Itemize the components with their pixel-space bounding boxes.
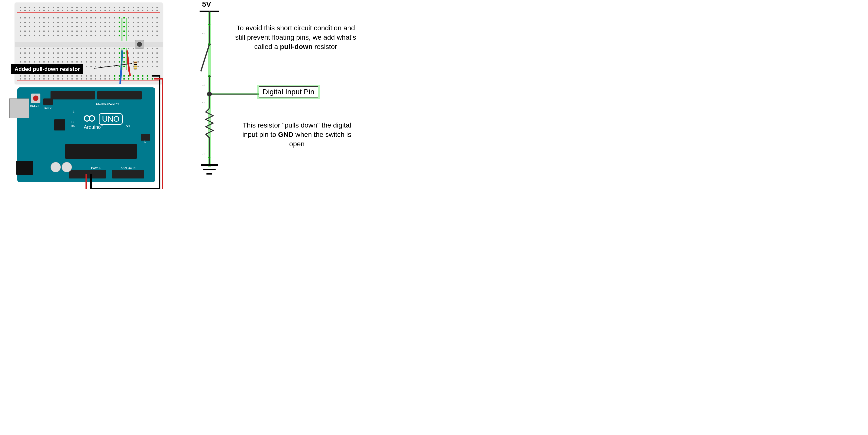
svg-point-24 [209,43,210,45]
svg-text:2: 2 [202,101,206,103]
arduino-uno-board: RESET ICSP2 DIGITAL (PWM=~) POWER ANALOG… [17,88,155,182]
svg-line-8 [201,44,210,71]
icsp2-label: ICSP2 [44,107,52,109]
schematic-panel: 5V 2 1 2 [167,0,374,189]
analog-section-label: ANALOG IN [121,166,135,169]
digital-header-right [97,91,142,99]
tx-label: TX [71,121,74,124]
usb-port [9,98,29,118]
svg-text:1: 1 [202,153,206,155]
small-chip [54,120,65,131]
arduino-logo: UNO Arduino™ [84,113,123,130]
breadboard-arduino-panel: Added pull-down resistor RESET ICSP2 DIG… [0,0,167,189]
analog-header [112,170,144,178]
digital-section-label: DIGITAL (PWM=~) [96,102,119,105]
explanation-bottom: This resistor "pulls down" the digital i… [237,121,357,148]
digital-header-left [51,91,95,99]
reset-button [31,94,40,103]
reset-label: RESET [30,104,39,107]
pulldown-callout-label: Added pull-down resistor [11,64,83,74]
svg-point-25 [209,75,210,77]
power-jack [16,161,33,175]
atmega-chip [65,144,137,159]
l-label: L [73,110,74,113]
power-header [69,170,106,178]
rx-label: RX [71,124,75,127]
svg-text:2: 2 [202,33,206,34]
icsp-header [141,134,150,141]
svg-text:1: 1 [202,84,206,86]
tactile-button [135,40,144,49]
pulldown-resistor [133,58,136,73]
explanation-top: To avoid this short circuit condition an… [231,23,360,51]
svg-point-26 [209,157,210,159]
capacitor-1 [51,162,61,172]
svg-point-23 [209,24,210,26]
power-section-label: POWER [91,166,101,169]
digital-input-pin-box: Digital Input Pin [259,86,318,98]
capacitor-2 [62,162,72,172]
on-label: ON [126,125,130,128]
icsp2-header [43,98,53,105]
